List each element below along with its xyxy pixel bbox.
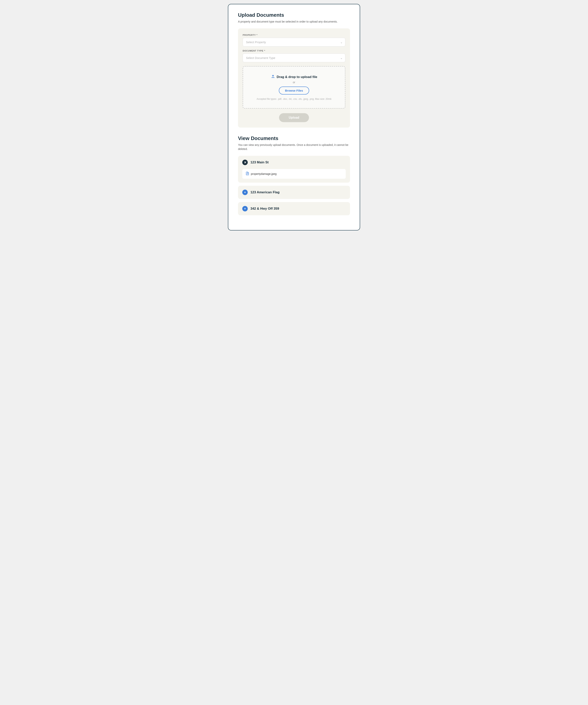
accepted-files-text: Accepted file types: .pdf, .doc, .txt, .… bbox=[247, 98, 341, 100]
page-container: Upload Documents A property and document… bbox=[228, 4, 360, 230]
property-header-2[interactable]: + 342 & Hwy Off 359 bbox=[238, 202, 350, 215]
upload-icon bbox=[271, 74, 275, 80]
property-close-icon-0: ✕ bbox=[242, 160, 248, 165]
upload-description: A property and document type must be sel… bbox=[238, 20, 350, 24]
doc-name-0: propertydamage.jpeg bbox=[251, 172, 277, 176]
property-plus-icon-2: + bbox=[242, 206, 248, 211]
property-accordion-2: + 342 & Hwy Off 359 bbox=[238, 202, 350, 215]
view-section: View Documents You can view any previous… bbox=[238, 135, 350, 215]
property-header-1[interactable]: + 123 American Flag bbox=[238, 186, 350, 199]
property-name-2: 342 & Hwy Off 359 bbox=[250, 207, 279, 210]
view-description: You can view any previously upload docum… bbox=[238, 143, 350, 151]
property-select[interactable]: Select Property bbox=[243, 38, 345, 46]
property-label: PROPERTY * bbox=[243, 34, 345, 36]
drag-drop-text: Drag & drop to upload file bbox=[247, 74, 341, 80]
upload-section: Upload Documents A property and document… bbox=[238, 12, 350, 128]
dropzone[interactable]: Drag & drop to upload file or Browse Fil… bbox=[243, 66, 345, 108]
property-select-wrapper: Select Property ⌄ bbox=[243, 38, 345, 46]
upload-title: Upload Documents bbox=[238, 12, 350, 18]
upload-button[interactable]: Upload bbox=[279, 113, 309, 122]
property-name-1: 123 American Flag bbox=[250, 190, 280, 194]
view-title: View Documents bbox=[238, 135, 350, 141]
document-type-select[interactable]: Select Document Type bbox=[243, 53, 345, 62]
property-plus-icon-1: + bbox=[242, 190, 248, 195]
upload-card: PROPERTY * Select Property ⌄ DOCUMENT TY… bbox=[238, 29, 350, 128]
property-accordion-1: + 123 American Flag bbox=[238, 186, 350, 199]
property-header-0[interactable]: ✕ 123 Main St bbox=[238, 156, 350, 169]
doc-item-0: propertydamage.jpeg bbox=[242, 169, 346, 179]
property-name-0: 123 Main St bbox=[250, 160, 269, 164]
browse-files-button[interactable]: Browse Files bbox=[279, 87, 309, 95]
document-type-select-wrapper: Select Document Type ⌄ bbox=[243, 53, 345, 62]
svg-rect-0 bbox=[272, 77, 274, 78]
or-text: or bbox=[247, 81, 341, 84]
property-docs-0: propertydamage.jpeg bbox=[238, 169, 350, 183]
property-accordion-0: ✕ 123 Main St propertydamage.jpeg bbox=[238, 156, 350, 183]
doc-file-icon-0 bbox=[246, 172, 249, 176]
document-type-label: DOCUMENT TYPE * bbox=[243, 50, 345, 52]
